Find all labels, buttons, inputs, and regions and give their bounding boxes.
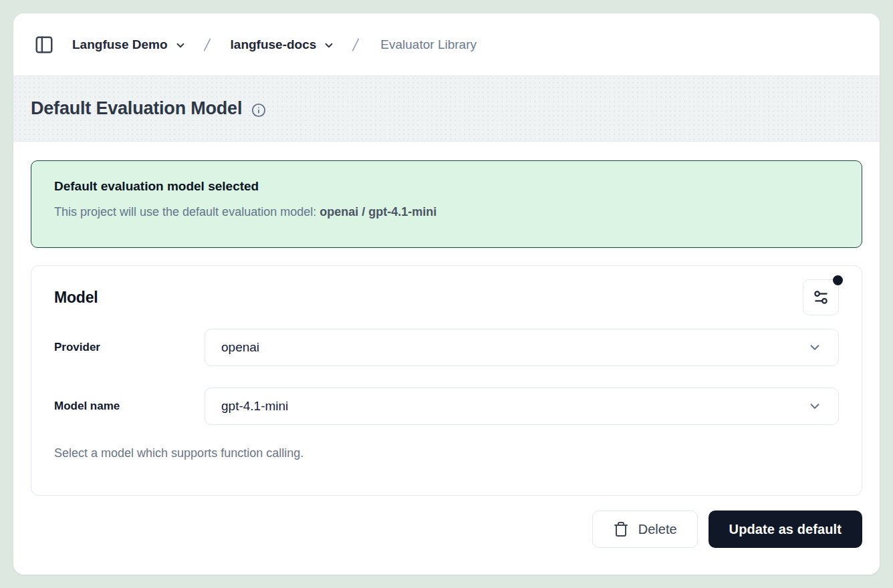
- banner-title: Default evaluation model selected: [54, 179, 839, 194]
- model-name-label: Model name: [54, 400, 205, 413]
- breadcrumb-org[interactable]: Langfuse Demo: [67, 33, 192, 56]
- advanced-settings-wrap: [803, 279, 839, 315]
- success-banner: Default evaluation model selected This p…: [31, 160, 862, 248]
- app-window: Langfuse Demo langfuse-docs Evaluator Li…: [13, 13, 880, 575]
- provider-select[interactable]: openai: [205, 329, 839, 366]
- trash-icon: [613, 521, 629, 537]
- banner-body: This project will use the default evalua…: [54, 205, 839, 219]
- slash-icon: [199, 36, 216, 53]
- breadcrumb-org-label: Langfuse Demo: [72, 37, 168, 52]
- model-card-header: Model: [54, 279, 839, 315]
- delete-button-label: Delete: [638, 522, 677, 537]
- model-card: Model Provider: [31, 265, 862, 496]
- model-name-selected-value: gpt-4.1-mini: [221, 399, 288, 414]
- delete-button[interactable]: Delete: [592, 510, 698, 548]
- breadcrumb-bar: Langfuse Demo langfuse-docs Evaluator Li…: [13, 13, 880, 76]
- chevron-down-icon: [323, 39, 335, 51]
- breadcrumb-project[interactable]: langfuse-docs: [225, 33, 341, 56]
- update-button-label: Update as default: [729, 522, 842, 537]
- provider-selected-value: openai: [221, 340, 259, 355]
- update-as-default-button[interactable]: Update as default: [709, 510, 862, 548]
- provider-field-row: Provider openai: [54, 329, 839, 366]
- model-name-field-row: Model name gpt-4.1-mini: [54, 388, 839, 425]
- content-area: Default evaluation model selected This p…: [13, 142, 880, 575]
- banner-body-text: This project will use the default evalua…: [54, 205, 320, 218]
- model-helper-text: Select a model which supports function c…: [54, 446, 839, 460]
- settings-notification-dot: [833, 275, 843, 285]
- info-button[interactable]: [251, 103, 266, 118]
- model-card-title: Model: [54, 289, 98, 307]
- page-header: Default Evaluation Model: [13, 76, 880, 142]
- info-icon: [251, 103, 266, 118]
- banner-model-value: openai / gpt-4.1-mini: [320, 205, 436, 218]
- model-name-select[interactable]: gpt-4.1-mini: [205, 388, 839, 425]
- page-background: Langfuse Demo langfuse-docs Evaluator Li…: [0, 0, 893, 588]
- breadcrumb-page[interactable]: Evaluator Library: [380, 37, 477, 52]
- chevron-down-icon: [807, 399, 822, 414]
- page-title: Default Evaluation Model: [31, 98, 242, 119]
- advanced-model-settings-button[interactable]: [803, 279, 839, 315]
- panel-left-icon: [34, 35, 54, 55]
- sidebar-toggle-button[interactable]: [31, 31, 57, 58]
- chevron-down-icon: [174, 39, 186, 51]
- action-bar: Delete Update as default: [31, 510, 862, 548]
- slash-icon: [347, 36, 364, 53]
- breadcrumb-project-label: langfuse-docs: [231, 37, 317, 52]
- chevron-down-icon: [807, 340, 822, 355]
- sliders-icon: [812, 289, 830, 306]
- provider-label: Provider: [54, 341, 205, 354]
